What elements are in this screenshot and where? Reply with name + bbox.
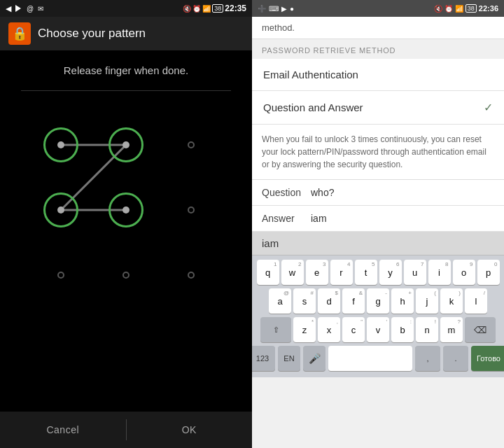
key-w[interactable]: 2w <box>281 260 304 285</box>
qa-form: Question who? Answer iam <box>252 180 504 232</box>
dot-2-1[interactable] <box>93 243 158 308</box>
period-key[interactable]: . <box>443 346 468 371</box>
keyboard: 1q 2w 3e 4r 5t 6y 7u 8i 9o 0p @a #s $d &… <box>252 255 504 377</box>
dot-0-2[interactable] <box>159 112 224 177</box>
key-z[interactable]: *z <box>293 317 316 342</box>
instruction-text: Release finger when done. <box>64 64 188 76</box>
nav-icons: ◀ @ ✉ <box>6 4 43 13</box>
keyboard-row-4: 123 EN 🎤 , . Готово <box>255 346 501 371</box>
dot-1-2[interactable] <box>159 177 224 242</box>
status-bar-right: ➕ ⌨ ▶ ● 🔇 ⏰ 📶 38 22:36 <box>252 0 504 17</box>
dot-2-2[interactable] <box>159 243 224 308</box>
key-m[interactable]: ?m <box>440 317 463 342</box>
left-header: 🔒 Choose your pattern <box>0 17 252 50</box>
back-icon[interactable]: ◀ <box>6 4 11 13</box>
right-keyboard-icon: ⌨ <box>269 5 279 13</box>
qa-option[interactable]: Question and Answer ✓ <box>252 91 504 125</box>
key-d[interactable]: $d <box>318 288 340 314</box>
qa-label: Question and Answer <box>263 102 363 113</box>
key-c[interactable]: "c <box>342 317 365 342</box>
key-p[interactable]: 0p <box>477 260 500 285</box>
cancel-button[interactable]: Cancel <box>0 412 126 448</box>
at-icon: @ <box>27 5 34 13</box>
key-e[interactable]: 3e <box>306 260 328 285</box>
key-o[interactable]: 9o <box>453 260 475 285</box>
right-content: method. PASSWORD RETRIEVE METHOD Email A… <box>252 17 504 448</box>
key-q[interactable]: 1q <box>257 260 279 285</box>
ok-button[interactable]: OK <box>127 412 253 448</box>
autocomplete-word[interactable]: iam <box>262 237 279 249</box>
app-icon: 🔒 <box>8 22 31 45</box>
question-value[interactable]: who? <box>311 187 494 198</box>
dot-0-0[interactable] <box>28 112 93 177</box>
delete-key[interactable]: ⌫ <box>465 317 496 342</box>
right-nav-icons: ➕ ⌨ ▶ ● <box>258 5 294 13</box>
shift-key[interactable]: ⇧ <box>260 317 291 342</box>
status-right-icons: 🔇 ⏰ 📶 38 22:35 <box>183 4 246 13</box>
right-battery-label: 38 <box>465 4 477 13</box>
key-l[interactable]: /l <box>465 288 487 314</box>
autocomplete-bar[interactable]: iam <box>252 232 504 255</box>
left-title: Choose your pattern <box>38 27 146 41</box>
wifi-icon: 📶 <box>202 5 211 13</box>
key-k[interactable]: )k <box>440 288 463 314</box>
dot-2-0[interactable] <box>28 243 93 308</box>
answer-label: Answer <box>262 213 311 224</box>
space-key[interactable] <box>328 346 412 371</box>
alarm-icon: ⏰ <box>192 5 201 13</box>
right-alarm-icon: ⏰ <box>444 5 453 13</box>
key-f[interactable]: &f <box>342 288 365 314</box>
time-left: 22:35 <box>225 4 246 13</box>
status-bar-left: ◀ @ ✉ 🔇 ⏰ 📶 38 22:35 <box>0 0 252 17</box>
lang-key[interactable]: EN <box>278 346 300 371</box>
key-v[interactable]: 'v <box>367 317 389 342</box>
answer-value[interactable]: iam <box>311 213 494 224</box>
right-wifi-icon: 📶 <box>455 5 463 13</box>
key-x[interactable]: ,x <box>318 317 340 342</box>
play-icon[interactable] <box>15 5 21 12</box>
key-n[interactable]: !n <box>416 317 438 342</box>
top-text: method. <box>252 17 504 39</box>
keyboard-row-3: ⇧ *z ,x "c 'v :b !n ?m ⌫ <box>255 317 501 342</box>
question-label: Question <box>262 187 311 198</box>
keyboard-row-1: 1q 2w 3e 4r 5t 6y 7u 8i 9o 0p <box>255 260 501 285</box>
right-panel: ➕ ⌨ ▶ ● 🔇 ⏰ 📶 38 22:36 method. PASSWORD … <box>252 0 504 448</box>
separator-line <box>21 90 231 91</box>
done-key[interactable]: Готово <box>471 346 504 371</box>
mic-key[interactable]: 🎤 <box>303 346 326 371</box>
email-auth-option[interactable]: Email Authentication <box>252 59 504 91</box>
pattern-grid[interactable] <box>28 112 224 308</box>
key-s[interactable]: #s <box>293 288 316 314</box>
left-panel: ◀ @ ✉ 🔇 ⏰ 📶 38 22:35 🔒 Choose your patte… <box>0 0 252 448</box>
left-footer: Cancel OK <box>0 412 252 448</box>
right-add-icon: ➕ <box>258 5 266 13</box>
key-b[interactable]: :b <box>391 317 414 342</box>
key-u[interactable]: 7u <box>404 260 426 285</box>
num-key[interactable]: 123 <box>252 346 275 371</box>
key-g[interactable]: -g <box>367 288 389 314</box>
time-right: 22:36 <box>479 4 498 13</box>
left-content: Release finger when done. <box>0 50 252 412</box>
dot-1-0[interactable] <box>28 177 93 242</box>
comma-key[interactable]: , <box>415 346 440 371</box>
key-y[interactable]: 6y <box>379 260 402 285</box>
answer-row[interactable]: Answer iam <box>252 206 504 232</box>
right-volume-icon: 🔇 <box>434 5 442 13</box>
email-auth-label: Email Authentication <box>263 69 358 80</box>
section-header: PASSWORD RETRIEVE METHOD <box>252 39 504 59</box>
battery-label: 38 <box>212 4 223 13</box>
info-text: When you fail to unlock 3 times continuo… <box>252 125 504 180</box>
dot-0-1[interactable] <box>93 112 158 177</box>
key-r[interactable]: 4r <box>330 260 353 285</box>
key-i[interactable]: 8i <box>428 260 451 285</box>
keyboard-row-2: @a #s $d &f -g +h (j )k /l <box>255 288 501 314</box>
key-a[interactable]: @a <box>269 288 291 314</box>
mail-icon: ✉ <box>38 5 43 13</box>
right-play-icon: ▶ <box>281 5 287 13</box>
key-h[interactable]: +h <box>391 288 414 314</box>
right-status-icons: 🔇 ⏰ 📶 38 22:36 <box>434 4 498 13</box>
dot-1-1[interactable] <box>93 177 158 242</box>
key-t[interactable]: 5t <box>355 260 377 285</box>
question-row: Question who? <box>252 180 504 206</box>
key-j[interactable]: (j <box>416 288 438 314</box>
